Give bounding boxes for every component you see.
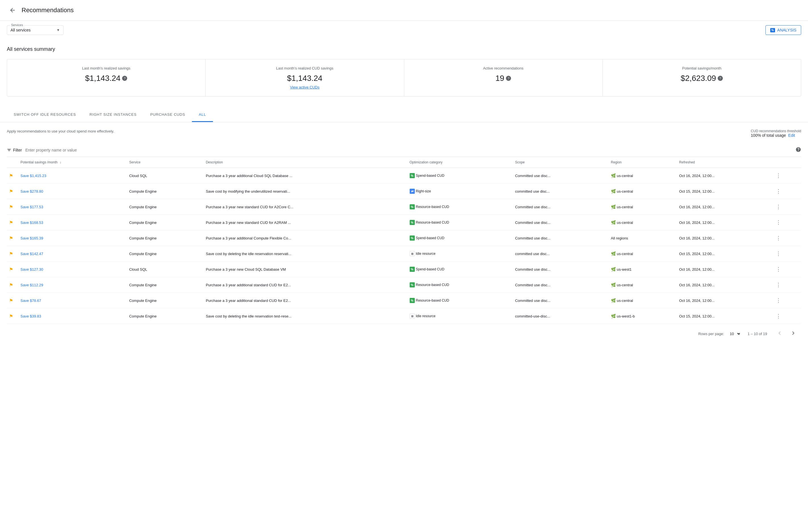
table-row: ⚑ Save $127.30 Cloud SQL Purchase a 3 ye… [7,262,801,277]
more-actions-cell: ⋮ [772,230,801,246]
edit-link[interactable]: Edit [788,133,795,138]
more-actions-cell: ⋮ [772,199,801,215]
more-actions-button[interactable]: ⋮ [775,203,782,211]
more-actions-button[interactable]: ⋮ [775,234,782,242]
region: 🌿 us-central [611,298,675,303]
save-link[interactable]: Save $142.47 [20,252,43,256]
savings-cell: Save $1,415.23 [18,168,127,184]
tab-right-size[interactable]: RIGHT SIZE INSTANCES [82,108,143,122]
filter-input[interactable] [25,148,792,152]
refreshed-cell: Oct 16, 2024, 12:00... [677,230,772,246]
tab-switch-off-idle[interactable]: SWITCH OFF IDLE RESOURCES [7,108,82,122]
services-dropdown[interactable]: Services All services ▼ [7,25,63,35]
region-cell: 🌿 us-central [609,184,677,199]
more-actions-cell: ⋮ [772,168,801,184]
optimization-cell: % Resource-based CUD [407,293,513,308]
leaf-icon: 🌿 [611,220,616,225]
more-actions-button[interactable]: ⋮ [775,218,782,227]
page-info: 1 – 10 of 19 [748,332,767,336]
service-cell: Compute Engine [127,293,204,308]
save-link[interactable]: Save $112.29 [20,283,43,287]
refreshed-cell: Oct 15, 2024, 12:00... [677,308,772,324]
description-cell: Purchase a 3 year new Cloud SQL Database… [204,262,407,277]
summary-card-potential-savings: Potential savings/month $2,623.09 ? [603,59,801,96]
more-actions-button[interactable]: ⋮ [775,265,782,273]
save-link[interactable]: Save $168.53 [20,221,43,225]
th-potential-savings[interactable] [7,157,18,168]
region-cell: 🌿 us-central [609,168,677,184]
more-actions-cell: ⋮ [772,277,801,293]
save-link[interactable]: Save $1,415.23 [20,174,46,178]
save-link[interactable]: Save $165.39 [20,236,43,240]
tab-all[interactable]: ALL [192,108,213,122]
th-service[interactable]: Service [127,157,204,168]
more-actions-button[interactable]: ⋮ [775,312,782,320]
region: 🌿 us-west1 [611,267,675,271]
leaf-icon: 🌿 [611,298,616,303]
filter-icon: Filter [7,148,22,152]
more-actions-button[interactable]: ⋮ [775,249,782,258]
optimization-icon: ⊞ [410,314,415,319]
next-page-button[interactable] [788,328,799,339]
savings-cell: Save $39.83 [18,308,127,324]
th-scope[interactable]: Scope [513,157,608,168]
more-actions-cell: ⋮ [772,184,801,199]
optimization-badge: ⊞ Idle resource [410,251,436,256]
savings-cell: Save $177.53 [18,199,127,215]
region-cell: 🌿 us-west1 [609,262,677,277]
th-optimization[interactable]: Optimization category [407,157,513,168]
cud-threshold-value: 100% of total usage Edit [751,133,801,138]
analysis-button[interactable]: % ANALYSIS [766,25,801,35]
optimization-badge: % Spend-based CUD [410,173,445,178]
optimization-badge: ⇄ Right-size [410,189,431,194]
view-active-cuds-link[interactable]: View active CUDs [213,85,397,89]
th-savings-amount[interactable]: Potential savings /month ↓ [18,157,127,168]
summary-section: All services summary Last month's realiz… [0,39,808,103]
summary-card-cud-savings: Last month's realized CUD savings $1,143… [205,59,404,96]
th-refreshed[interactable]: Refreshed [677,157,772,168]
refreshed-cell: Oct 15, 2024, 12:00... [677,246,772,262]
region: 🌿 us-central [611,205,675,209]
th-description[interactable]: Description [204,157,407,168]
description-cell: Purchase a 3 year new standard CUD for A… [204,199,407,215]
region-cell: 🌿 us-central [609,246,677,262]
info-icon-realized-savings[interactable]: ? [122,76,127,81]
save-link[interactable]: Save $127.30 [20,267,43,271]
services-value: All services [11,28,54,32]
more-actions-cell: ⋮ [772,246,801,262]
refreshed-cell: Oct 16, 2024, 12:00... [677,168,772,184]
tab-purchase-cuds[interactable]: PURCHASE CUDS [143,108,192,122]
sort-icon: ↓ [60,160,61,164]
optimization-cell: ⇄ Right-size [407,184,513,199]
more-actions-button[interactable]: ⋮ [775,187,782,195]
more-actions-button[interactable]: ⋮ [775,171,782,180]
more-actions-button[interactable]: ⋮ [775,296,782,305]
region-cell: 🌿 us-central [609,199,677,215]
more-actions-cell: ⋮ [772,293,801,308]
leaf-icon: 🌿 [611,267,616,271]
info-icon-active-recs[interactable]: ? [506,76,511,81]
save-link[interactable]: Save $278.80 [20,189,43,193]
optimization-cell: ⊞ Idle resource [407,246,513,262]
flag-icon: ⚑ [9,236,13,241]
savings-cell: Save $112.29 [18,277,127,293]
more-actions-button[interactable]: ⋮ [775,281,782,289]
save-link[interactable]: Save $78.67 [20,299,41,303]
summary-card-active-recommendations: Active recommendations 19 ? [404,59,603,96]
back-button[interactable] [7,4,18,16]
flag-cell: ⚑ [7,199,18,215]
save-link[interactable]: Save $39.83 [20,314,41,318]
prev-page-button[interactable] [774,328,785,339]
region: 🌿 us-central [611,283,675,287]
optimization-badge: % Resource-based CUD [410,220,449,225]
description-cell: Purchase a 3 year new standard CUD for A… [204,215,407,230]
save-link[interactable]: Save $177.53 [20,205,43,209]
savings-cell: Save $127.30 [18,262,127,277]
info-icon-potential-savings[interactable]: ? [718,76,723,81]
help-icon[interactable] [795,147,801,153]
more-actions-cell: ⋮ [772,262,801,277]
region-cell: 🌿 us-central [609,293,677,308]
optimization-icon: % [410,173,415,178]
rows-per-page-select[interactable]: 10 25 50 [726,330,741,337]
th-region[interactable]: Region [609,157,677,168]
